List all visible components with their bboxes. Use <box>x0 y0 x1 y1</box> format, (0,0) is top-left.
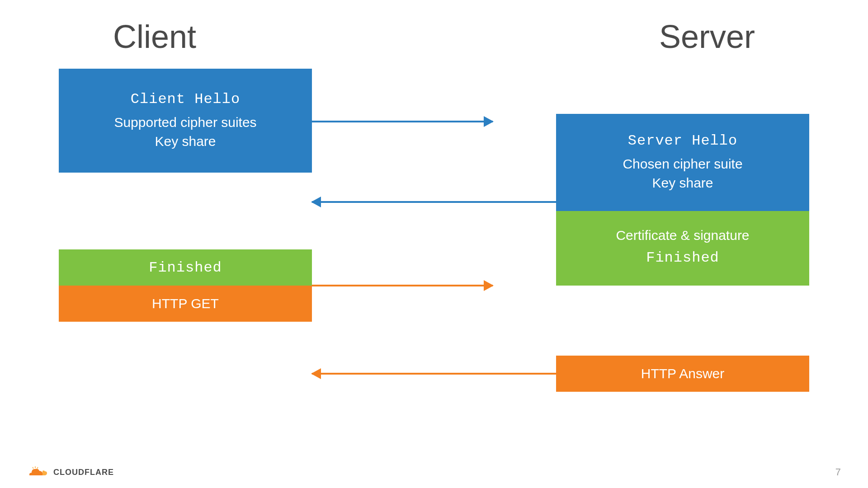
page-number: 7 <box>835 466 841 478</box>
server-answer-text: HTTP Answer <box>641 366 725 381</box>
server-hello-line2: Key share <box>652 174 713 192</box>
cloudflare-logo: CLOUDFLARE <box>27 465 114 479</box>
client-hello-box: Client Hello Supported cipher suites Key… <box>59 69 312 173</box>
server-answer-box: HTTP Answer <box>556 356 809 392</box>
server-hello-line1: Chosen cipher suite <box>623 155 742 174</box>
svg-line-2 <box>37 467 38 469</box>
arrow-http-get <box>312 285 493 286</box>
client-hello-title: Client Hello <box>131 91 240 108</box>
server-hello-box: Server Hello Chosen cipher suite Key sha… <box>556 114 809 211</box>
cloudflare-brand-text: CLOUDFLARE <box>53 468 114 477</box>
client-get-text: HTTP GET <box>152 296 219 311</box>
client-heading: Client <box>113 18 196 55</box>
client-hello-line2: Key share <box>155 132 216 151</box>
client-get-box: HTTP GET <box>59 286 312 322</box>
server-cert-box: Certificate & signature Finished <box>556 211 809 286</box>
server-heading: Server <box>659 18 755 55</box>
footer: CLOUDFLARE 7 <box>27 465 841 479</box>
server-cert-line: Certificate & signature <box>616 226 749 245</box>
arrow-client-hello <box>312 121 493 122</box>
server-finished-line: Finished <box>646 245 719 271</box>
svg-line-1 <box>33 467 33 469</box>
server-hello-title: Server Hello <box>628 132 737 149</box>
cloudflare-icon <box>27 465 50 479</box>
client-finished-text: Finished <box>149 259 222 276</box>
arrow-http-answer <box>312 373 556 375</box>
header: Client Server <box>0 0 868 69</box>
client-finished-box: Finished <box>59 249 312 286</box>
client-hello-line1: Supported cipher suites <box>114 113 256 132</box>
arrow-server-hello <box>312 201 556 203</box>
